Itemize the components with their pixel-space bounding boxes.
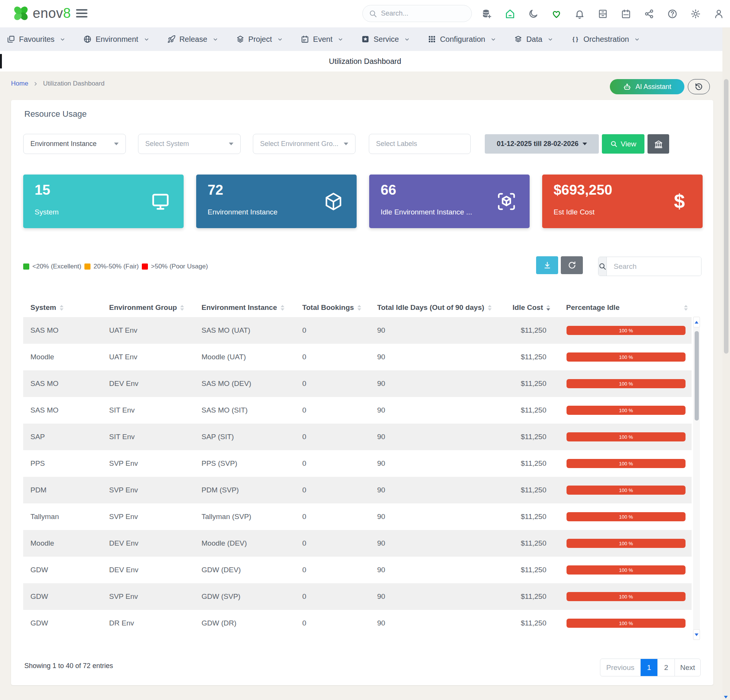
hamburger-menu-icon[interactable]: [76, 9, 87, 19]
legend-orange-swatch: [84, 263, 90, 270]
download-button[interactable]: [536, 256, 558, 274]
database-add-icon[interactable]: [482, 9, 492, 19]
service-icon: [361, 35, 370, 43]
table-row[interactable]: GDW DR Env GDW (DR) 0 90 $11,250 100 %: [23, 610, 692, 637]
date-range-button[interactable]: 01-12-2025 till 28-02-2026: [485, 134, 599, 154]
table-header-row: System Environment Group Environment Ins…: [23, 298, 692, 317]
home-icon[interactable]: [505, 9, 515, 19]
table-search-input[interactable]: [607, 257, 701, 276]
pagination-next[interactable]: Next: [674, 659, 700, 676]
top-header: enov8: [0, 0, 730, 27]
table-row[interactable]: SAP SIT Env SAP (SIT) 0 90 $11,250 100 %: [23, 424, 692, 450]
column-header-environment-group[interactable]: Environment Group: [109, 303, 202, 312]
table-body: SAS MO UAT Env SAS MO (UAT) 0 90 $11,250…: [23, 317, 692, 637]
column-header-percentage-idle[interactable]: Percentage Idle: [554, 303, 692, 312]
system-select[interactable]: Select System: [138, 134, 241, 154]
ai-assistant-button[interactable]: AI Assistant: [610, 79, 684, 94]
cell-percentage-idle: 100 %: [554, 619, 692, 628]
cell-percentage-idle: 100 %: [554, 352, 692, 362]
column-header-idle-cost[interactable]: Idle Cost: [513, 303, 554, 312]
history-button[interactable]: [688, 79, 710, 94]
environment-instance-select[interactable]: Environment Instance: [23, 134, 126, 154]
global-search-input[interactable]: [381, 10, 457, 17]
breadcrumb-home-link[interactable]: Home: [11, 80, 28, 87]
notifications-icon[interactable]: [574, 9, 585, 19]
nav-item-orchestration[interactable]: { } Orchestration: [571, 35, 640, 44]
chevron-down-icon: [213, 37, 218, 42]
page-scroll-down-icon[interactable]: [724, 696, 728, 698]
table-row[interactable]: Moodle UAT Env Moodle (UAT) 0 90 $11,250…: [23, 344, 692, 370]
profile-icon[interactable]: [714, 9, 724, 19]
search-icon: [369, 10, 377, 18]
scroll-down-button[interactable]: [693, 629, 700, 640]
table-row[interactable]: GDW DEV Env GDW (DEV) 0 90 $11,250 100 %: [23, 557, 692, 583]
calendar-icon[interactable]: [621, 9, 631, 19]
cell-total-idle-days: 90: [377, 566, 513, 574]
nav-item-release[interactable]: Release: [167, 35, 218, 44]
labels-input-wrap: [369, 134, 471, 154]
help-icon[interactable]: [667, 9, 678, 19]
table-scrollbar[interactable]: [693, 317, 700, 640]
nav-item-service[interactable]: Service: [361, 35, 410, 44]
environment-group-select[interactable]: Select Environment Gro...: [253, 134, 355, 154]
page-scrollbar-thumb[interactable]: [724, 79, 728, 354]
scrollbar-thumb[interactable]: [695, 331, 699, 421]
dark-mode-icon[interactable]: [528, 9, 538, 19]
cell-percentage-idle: 100 %: [554, 565, 692, 575]
labels-input[interactable]: [376, 140, 463, 148]
cell-environment-group: DEV Env: [109, 566, 202, 574]
cell-system: Moodle: [23, 539, 109, 548]
cell-total-idle-days: 90: [377, 619, 513, 627]
legend-red-swatch: [142, 263, 148, 270]
table-row[interactable]: SAS MO DEV Env SAS MO (DEV) 0 90 $11,250…: [23, 370, 692, 397]
cell-total-bookings: 0: [302, 433, 377, 441]
column-header-total-idle-days[interactable]: Total Idle Days (Out of 90 days): [377, 303, 513, 312]
table-row[interactable]: Moodle DEV Env Moodle (DEV) 0 90 $11,250…: [23, 530, 692, 557]
pagination-page-1[interactable]: 1: [640, 659, 657, 676]
sort-icon: [60, 305, 63, 311]
nav-item-event[interactable]: Event: [301, 35, 343, 44]
heart-icon[interactable]: [551, 9, 562, 19]
column-header-total-bookings[interactable]: Total Bookings: [302, 303, 377, 312]
cell-system: PPS: [23, 459, 109, 468]
pagination-page-2[interactable]: 2: [657, 659, 674, 676]
cell-total-bookings: 0: [302, 379, 377, 388]
table-row[interactable]: SAS MO SIT Env SAS MO (SIT) 0 90 $11,250…: [23, 397, 692, 424]
share-icon[interactable]: [644, 9, 654, 19]
bank-button[interactable]: [647, 134, 669, 154]
table-row[interactable]: GDW SVP Env GDW (SVP) 0 90 $11,250 100 %: [23, 583, 692, 610]
panel-title: Resource Usage: [24, 109, 87, 119]
nav-item-environment[interactable]: Environment: [83, 35, 149, 44]
table-row[interactable]: Tallyman SVP Env Tallyman (SVP) 0 90 $11…: [23, 503, 692, 530]
environment-icon: [83, 35, 92, 43]
table-row[interactable]: PDM SVP Env PDM (SVP) 0 90 $11,250 100 %: [23, 477, 692, 503]
settings-icon[interactable]: [690, 9, 701, 19]
stat-card-environment-instance: 72 Environment Instance: [196, 175, 357, 228]
scroll-up-button[interactable]: [693, 317, 700, 327]
cell-system: GDW: [23, 592, 109, 601]
page-scrollbar[interactable]: [722, 0, 730, 700]
nav-item-configuration[interactable]: Configuration: [428, 35, 496, 44]
refresh-button[interactable]: [561, 256, 583, 274]
percentage-idle-bar: 100 %: [567, 406, 686, 415]
cell-environment-instance: PDM (SVP): [202, 486, 302, 494]
cell-idle-cost: $11,250: [513, 619, 554, 627]
percentage-idle-bar: 100 %: [567, 326, 686, 335]
global-search[interactable]: [362, 5, 472, 22]
nav-item-data[interactable]: Data: [514, 35, 553, 44]
nav-item-favourites[interactable]: Favourites: [7, 35, 65, 44]
sort-icon: [357, 305, 361, 311]
nav-item-project[interactable]: Project: [236, 35, 283, 44]
cell-environment-instance: SAP (SIT): [202, 433, 302, 441]
view-button[interactable]: View: [602, 134, 644, 154]
archive-icon[interactable]: [598, 9, 608, 19]
column-header-environment-instance[interactable]: Environment Instance: [202, 303, 302, 312]
cell-percentage-idle: 100 %: [554, 486, 692, 495]
table-row[interactable]: PPS SVP Env PPS (SVP) 0 90 $11,250 100 %: [23, 450, 692, 477]
enov8-logo[interactable]: enov8: [11, 4, 71, 23]
sort-icon: [281, 305, 284, 311]
column-header-system[interactable]: System: [23, 303, 109, 312]
table-row[interactable]: SAS MO UAT Env SAS MO (UAT) 0 90 $11,250…: [23, 317, 692, 344]
cell-idle-cost: $11,250: [513, 459, 554, 468]
pagination-previous[interactable]: Previous: [600, 659, 640, 676]
